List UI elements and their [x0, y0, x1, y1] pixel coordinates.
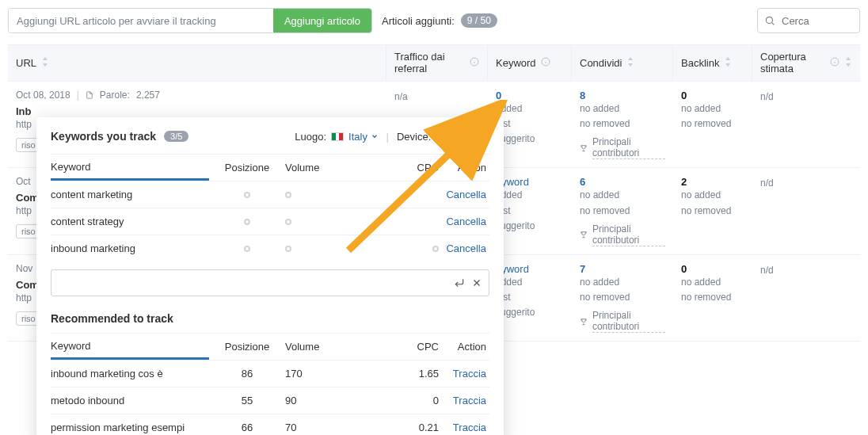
place-label: Luogo: [295, 131, 326, 143]
pop-col-action: Action [439, 162, 489, 174]
keyword-count[interactable]: eyword [496, 176, 564, 188]
share-count[interactable]: 6 [580, 176, 665, 188]
track-keyword-button[interactable]: Traccia [453, 422, 486, 433]
flag-italy-icon [331, 132, 344, 141]
article-title[interactable]: Inb [16, 105, 379, 117]
top-contributors[interactable]: Principali contributori [580, 136, 665, 159]
articles-counter-label: Articoli aggiunti: [382, 15, 455, 27]
col-coverage-label: Copertura stimata [760, 52, 824, 74]
col-url-label: URL [16, 57, 36, 69]
sort-icon [41, 57, 49, 69]
pop-col-position[interactable]: Posizione [209, 341, 285, 353]
top-contributors[interactable]: Principali contributori [580, 310, 665, 333]
pop-col-position[interactable]: Posizione [209, 162, 285, 174]
kw-pos: 66 [209, 422, 285, 433]
clear-icon[interactable] [471, 277, 482, 288]
col-traffic-label: Traffico dai referral [394, 52, 458, 74]
pop-col-cpc[interactable]: CPC [372, 162, 439, 174]
device-value: Desktop [451, 131, 489, 143]
articles-counter: Articoli aggiunti: 9 / 50 [382, 13, 497, 28]
pop-col-keyword[interactable]: Keyword [51, 155, 209, 181]
info-icon [541, 57, 550, 69]
share-added: no added [580, 188, 665, 203]
coverage-value: n/d [752, 90, 860, 105]
pop-col-keyword[interactable]: Keyword [51, 334, 209, 360]
backlink-count[interactable]: 0 [681, 90, 744, 101]
keyword-search[interactable] [51, 269, 489, 296]
trophy-icon [580, 143, 588, 153]
track-keyword-button[interactable]: Traccia [453, 395, 486, 406]
kw-vol: 90 [285, 395, 372, 406]
keyword-count[interactable]: eyword [496, 263, 564, 275]
kw-cpc: 1.65 [372, 368, 439, 380]
enter-icon[interactable] [454, 277, 465, 288]
delete-keyword-button[interactable]: Cancella [446, 216, 486, 227]
loading-icon [285, 246, 291, 252]
url-add-group: Aggiungi articolo [8, 8, 372, 33]
device-label: Device: [397, 131, 431, 143]
kw-name: metodo inbound [51, 395, 209, 406]
col-backlink[interactable]: Backlink [673, 45, 752, 81]
document-icon [86, 90, 93, 100]
traffic-value: n/a [386, 90, 488, 105]
keyword-suggested: suggerito [496, 305, 564, 320]
svg-rect-11 [436, 132, 446, 139]
kw-cpc: 0 [372, 395, 439, 406]
keyword-suggested: suggerito [496, 219, 564, 234]
sort-icon [724, 57, 732, 69]
kw-cpc: 0.21 [372, 422, 439, 433]
kw-vol: 170 [285, 368, 372, 380]
recommended-keywords-table: Keyword Posizione Volume CPC Action inbo… [51, 333, 489, 435]
col-traffic[interactable]: Traffico dai referral [386, 45, 488, 81]
share-count[interactable]: 8 [580, 90, 665, 101]
backlink-count[interactable]: 0 [681, 263, 744, 275]
kw-name: inbound marketing cos è [51, 368, 209, 380]
keyword-lost: lost [496, 116, 564, 132]
kw-pos: 55 [209, 395, 285, 406]
words-label: Parole: [100, 90, 130, 101]
toolbar: Aggiungi articolo Articoli aggiunti: 9 /… [8, 8, 860, 33]
search-input[interactable] [780, 14, 843, 28]
col-keyword-label: Keyword [496, 57, 536, 69]
pop-col-cpc[interactable]: CPC [372, 341, 439, 353]
share-count[interactable]: 7 [580, 263, 665, 275]
top-contributors[interactable]: Principali contributori [580, 223, 665, 246]
backlink-added: no added [681, 275, 744, 290]
delete-keyword-button[interactable]: Cancella [446, 242, 486, 254]
loading-icon [244, 219, 250, 225]
col-url[interactable]: URL [8, 45, 386, 81]
recommended-keyword-row: metodo inbound 55 90 0 Traccia [51, 387, 489, 414]
backlink-added: no added [681, 101, 744, 116]
kw-pos: 86 [209, 368, 285, 380]
trophy-icon [580, 230, 588, 239]
url-input[interactable] [9, 9, 273, 32]
popover-count-badge: 3/5 [164, 131, 188, 142]
keyword-added: added [496, 275, 564, 290]
pop-col-volume[interactable]: Volume [285, 341, 372, 353]
col-share[interactable]: Condividi [572, 45, 673, 81]
info-icon [470, 57, 479, 69]
words-count: 2,257 [136, 90, 160, 101]
add-article-button[interactable]: Aggiungi articolo [273, 9, 371, 32]
backlink-removed: no removed [681, 116, 744, 132]
keyword-added: added [496, 188, 564, 203]
delete-keyword-button[interactable]: Cancella [446, 189, 486, 200]
col-coverage[interactable]: Copertura stimata [752, 45, 860, 81]
keyword-added: added [496, 101, 564, 116]
country-select[interactable]: Italy [348, 131, 378, 143]
info-icon [830, 57, 839, 69]
search-box[interactable] [757, 8, 860, 33]
desktop-icon [436, 131, 447, 142]
tracked-keyword-row: inbound marketing Cancella [51, 235, 489, 261]
keyword-lost: lost [496, 290, 564, 305]
keyword-search-input[interactable] [58, 277, 447, 290]
col-keyword[interactable]: Keyword [488, 45, 572, 81]
share-added: no added [580, 275, 665, 290]
share-removed: no removed [580, 204, 665, 219]
track-keyword-button[interactable]: Traccia [453, 368, 486, 380]
keyword-count[interactable]: 0 [496, 90, 564, 101]
coverage-value: n/d [752, 176, 860, 191]
backlink-count[interactable]: 2 [681, 176, 744, 188]
kw-name: inbound marketing [51, 242, 209, 254]
pop-col-volume[interactable]: Volume [285, 162, 372, 174]
